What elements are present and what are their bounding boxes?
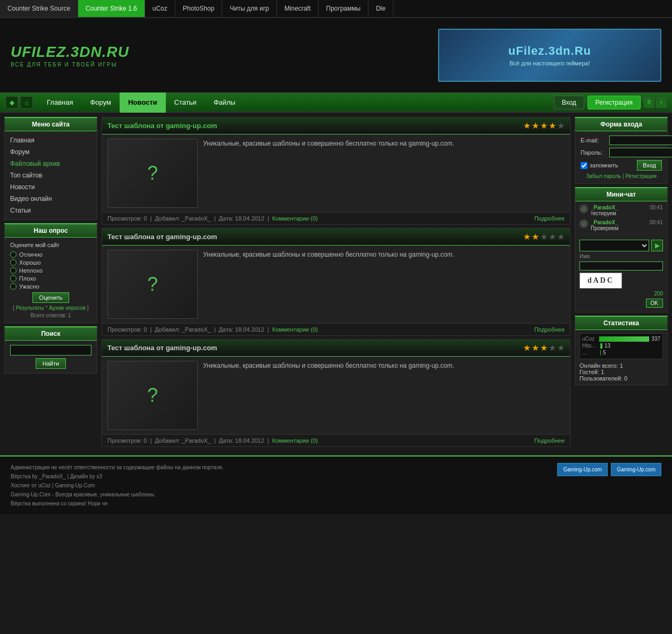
- nav-icons: ◆ ⌂: [5, 96, 33, 109]
- email-input[interactable]: [609, 136, 672, 145]
- login-title: Форма входа: [575, 118, 667, 131]
- rss-icon[interactable]: ◆: [5, 96, 18, 109]
- footer-btn-1[interactable]: Gaming-Up.com: [557, 463, 608, 476]
- news-date: Дата: 18.04.2012: [219, 215, 265, 222]
- chat-messages: ☺ 00:41 _ParadoX_ тестируем ☺ 00:41 _Par…: [575, 201, 667, 238]
- register-btn[interactable]: Регистрация: [587, 96, 641, 109]
- nav-item-статьи[interactable]: Статьи: [166, 92, 205, 113]
- stats-bar-value: 337: [651, 336, 660, 342]
- home-icon[interactable]: ⌂: [20, 96, 33, 109]
- poll-links: [ Результаты * Архив опросов ]: [10, 305, 91, 311]
- star-3[interactable]: ★: [540, 121, 548, 131]
- poll-option: Неплохо: [10, 267, 91, 274]
- password-input[interactable]: [609, 148, 672, 157]
- chat-ok-btn[interactable]: OK: [646, 299, 663, 308]
- search-button[interactable]: Найти: [36, 358, 66, 369]
- news-comments-link[interactable]: Комментарии (0): [272, 437, 318, 444]
- news-comments-link[interactable]: Комментарии (0): [272, 215, 318, 222]
- poll-radio[interactable]: [10, 251, 16, 258]
- news-header: Тест шаблона от gaming-up.com ★★★★★: [102, 229, 570, 246]
- stats-bar-value: 5: [603, 350, 606, 356]
- news-more-link[interactable]: Подробнее: [534, 326, 565, 333]
- chat-time: 00:41: [650, 205, 663, 210]
- poll-radio[interactable]: [10, 267, 16, 274]
- register-link[interactable]: Регистрация: [625, 173, 656, 179]
- top-nav-item-counter-strike-source[interactable]: Counter Strike Source: [0, 0, 78, 17]
- news-thumbnail: ?: [107, 250, 198, 319]
- top-nav-item-ucoz[interactable]: uCoz: [145, 0, 175, 17]
- top-nav-item-photoshop[interactable]: PhotoShop: [175, 0, 222, 17]
- footer-btn-2[interactable]: Gaming-Up.com: [611, 463, 661, 476]
- login-btn[interactable]: Вход: [554, 96, 584, 109]
- menu-block: Меню сайта ГлавнаяФорумФайловый архивТоп…: [4, 117, 97, 220]
- chat-text: Проверяем: [591, 225, 663, 231]
- star-4[interactable]: ★: [549, 343, 556, 353]
- search-input[interactable]: [10, 345, 91, 356]
- top-nav-item-minecraft[interactable]: Minecraft: [277, 0, 318, 17]
- footer-text: Администрация не несёт ответственности з…: [11, 463, 224, 508]
- star-3[interactable]: ★: [540, 232, 548, 242]
- login-submit-btn[interactable]: Вход: [637, 160, 662, 171]
- news-title-link[interactable]: Тест шаблона от gaming-up.com: [107, 122, 217, 130]
- star-1[interactable]: ★: [523, 343, 531, 353]
- poll-submit[interactable]: Оценить: [32, 292, 70, 303]
- poll-radio[interactable]: [10, 275, 16, 282]
- email-label: E-mail:: [581, 137, 607, 143]
- news-date: Дата: 18.04.2012: [219, 437, 265, 444]
- news-title: Тест шаблона от gaming-up.com: [107, 344, 217, 352]
- star-2[interactable]: ★: [532, 121, 539, 131]
- star-1[interactable]: ★: [523, 232, 531, 242]
- sidebar-item-файловый-архив[interactable]: Файловый архив: [5, 158, 97, 170]
- chat-color-select[interactable]: [579, 240, 649, 251]
- sidebar-item-новости[interactable]: Новости: [5, 181, 97, 193]
- news-comments-link[interactable]: Комментарии (0): [272, 326, 318, 333]
- login-block: Форма входа E-mail: ⓘ Пароль: запомнить: [575, 117, 668, 184]
- plus-icon[interactable]: +: [656, 97, 667, 108]
- chat-send-btn[interactable]: ▶: [651, 240, 663, 251]
- top-nav-item-читы-для-игр[interactable]: Читы для игр: [222, 0, 277, 17]
- star-2[interactable]: ★: [532, 232, 539, 242]
- star-5[interactable]: ★: [557, 121, 565, 131]
- nav-item-главная[interactable]: Главная: [38, 92, 81, 113]
- news-more-link[interactable]: Подробнее: [534, 215, 565, 222]
- main-content: Тест шаблона от gaming-up.com ★★★★★ ? Ун…: [102, 117, 570, 447]
- poll-radio[interactable]: [10, 259, 16, 266]
- chat-name-input[interactable]: [579, 261, 663, 270]
- news-views: Просмотров: 0: [107, 215, 147, 222]
- star-4[interactable]: ★: [549, 232, 556, 242]
- star-1[interactable]: ★: [523, 121, 531, 131]
- top-nav-item-программы[interactable]: Программы: [318, 0, 368, 17]
- sidebar-item-топ-сайтов[interactable]: Топ сайтов: [5, 170, 97, 181]
- star-5[interactable]: ★: [557, 232, 565, 242]
- poll-block: Наш опрос Оцените мой сайт ОтличноХорошо…: [4, 223, 97, 323]
- sidebar-menu: ГлавнаяФорумФайловый архивТоп сайтовНово…: [5, 131, 97, 219]
- poll-results-link[interactable]: Результаты: [16, 305, 44, 311]
- sidebar-item-главная[interactable]: Главная: [5, 134, 97, 146]
- top-nav-item-counter-strike-1.6[interactable]: Counter Strike 1.6: [78, 0, 145, 17]
- stats-bar-row: uCoz 337: [582, 336, 660, 342]
- right-sidebar: Форма входа E-mail: ⓘ Пароль: запомнить: [575, 117, 668, 447]
- stats-bar-value: 13: [604, 343, 610, 349]
- stars: ★★★★★: [523, 343, 565, 353]
- chat-msg-content: 00:41 _ParadoX_ тестируем: [591, 205, 663, 216]
- remember-checkbox[interactable]: [581, 162, 587, 169]
- nav-item-новости[interactable]: Новости: [120, 92, 166, 113]
- news-text: Уникальные, красивые шаблоны и совершенн…: [203, 361, 454, 430]
- sidebar-item-видео-онлайн[interactable]: Видео онлайн: [5, 193, 97, 205]
- poll-archive-link[interactable]: Архив опросов: [49, 305, 86, 311]
- nav-item-форум[interactable]: Форум: [81, 92, 120, 113]
- search-block: Поиск Найти: [4, 326, 97, 374]
- news-more-link[interactable]: Подробнее: [534, 437, 565, 444]
- star-5[interactable]: ★: [557, 343, 565, 353]
- sidebar-item-форум[interactable]: Форум: [5, 146, 97, 158]
- poll-radio[interactable]: [10, 283, 16, 290]
- star-4[interactable]: ★: [549, 121, 556, 131]
- forgot-link[interactable]: Забыл пароль: [586, 173, 621, 179]
- chat-msg-content: 00:41 _ParadoX_ Проверяем: [591, 219, 663, 231]
- nav-item-файлы[interactable]: Файлы: [205, 92, 244, 113]
- star-2[interactable]: ★: [532, 343, 539, 353]
- search-icon-small[interactable]: B: [644, 97, 654, 108]
- sidebar-item-статьи[interactable]: Статьи: [5, 205, 97, 216]
- star-3[interactable]: ★: [540, 343, 548, 353]
- top-nav-item-dle[interactable]: Dle: [368, 0, 393, 17]
